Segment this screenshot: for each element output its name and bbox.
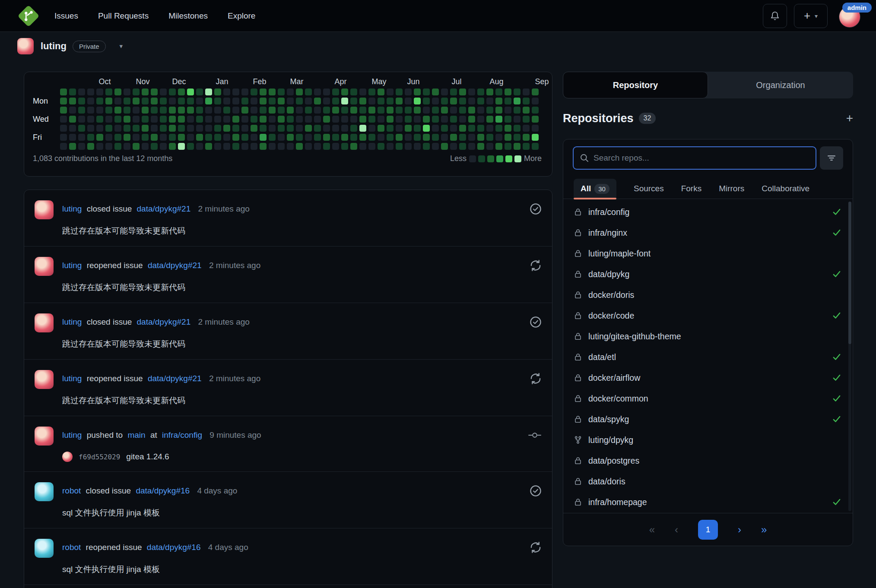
pagination-page-1[interactable]: 1 [698,520,718,540]
heatmap-cell [142,89,149,95]
nav-menu-item[interactable]: Explore [228,11,255,21]
avatar[interactable] [35,313,54,332]
heatmap-cell [495,107,502,114]
repo-list-item[interactable]: infra/config [563,202,853,222]
repo-list-item[interactable]: data/postgres [563,450,853,471]
heatmap-cell [341,116,348,123]
repo-list-item[interactable]: luting/dpykg [563,430,853,450]
heatmap-cell [414,143,421,150]
feed-repo-link[interactable]: data/dpykg#21 [137,204,191,213]
nav-menu-item[interactable]: Pull Requests [98,11,149,21]
scrollbar-thumb[interactable] [848,202,851,344]
repo-list-item[interactable]: data/spykg [563,409,853,430]
repo-name-link[interactable]: infra/homepage [588,497,647,507]
feed-repo-link[interactable]: data/dpykg#21 [148,374,202,383]
profile-avatar[interactable] [17,38,34,54]
repo-filter-tab[interactable]: All30 [574,179,616,199]
avatar[interactable] [35,482,54,501]
search-filter-button[interactable] [820,146,843,170]
heatmap-cell [486,134,493,141]
avatar[interactable] [35,539,54,558]
repo-list-item[interactable]: luting/maple-font [563,243,853,264]
plus-icon: + [804,9,810,22]
heatmap-cell [278,98,285,104]
tab-organization[interactable]: Organization [708,72,853,98]
heatmap-cell [387,125,394,132]
repo-filter-tab[interactable]: Mirrors [719,179,744,199]
feed-user-link[interactable]: luting [62,317,82,326]
pagination-first-button[interactable]: « [649,524,655,536]
repo-filter-tab[interactable]: Sources [634,179,664,199]
repo-name-link[interactable]: luting/gitea-github-theme [588,332,681,341]
repo-list-item[interactable]: infra/homepage [563,492,853,512]
heatmap-cell [223,134,230,141]
feed-repo-link[interactable]: data/dpykg#16 [136,486,190,495]
list-scrollbar[interactable] [848,202,851,511]
create-new-button[interactable]: + ▾ [794,4,828,28]
heatmap-cell [124,98,130,104]
commit-sha-link[interactable]: f69d552029 [79,453,120,461]
feed-repo-link[interactable]: data/dpykg#21 [148,261,202,270]
panel-tab-bar: Repository Organization [563,72,853,98]
heatmap-cell [341,143,348,150]
repo-name-link[interactable]: data/dpykg [588,269,629,279]
feed-repo-link[interactable]: data/dpykg#21 [137,317,191,326]
feed-user-link[interactable]: luting [62,374,82,383]
nav-menu-item[interactable]: Issues [54,11,78,21]
repo-list-item[interactable]: docker/code [563,305,853,326]
heatmap-cell [78,143,85,150]
pagination-prev-button[interactable]: ‹ [675,524,678,536]
repo-check-icon [832,414,841,424]
heatmap-cell [387,89,394,95]
avatar[interactable] [35,257,54,276]
repo-name-link[interactable]: data/doris [588,477,625,487]
feed-user-link[interactable]: luting [62,430,82,439]
repo-filter-tab[interactable]: Collaborative [762,179,809,199]
feed-user-link[interactable]: robot [62,543,81,552]
repo-list-item[interactable]: docker/common [563,388,853,409]
repo-name-link[interactable]: docker/code [588,311,634,321]
repo-name-link[interactable]: luting/maple-font [588,249,651,259]
avatar[interactable] [35,427,54,446]
pagination-last-button[interactable]: » [761,524,767,536]
repo-name-link[interactable]: data/postgres [588,456,639,466]
repo-list-item[interactable]: data/doris [563,471,853,492]
avatar[interactable] [35,370,54,389]
repo-list-item[interactable]: luting/gitea-github-theme [563,326,853,347]
repo-list-item[interactable]: data/dpykg [563,264,853,285]
heatmap-cell [133,89,140,95]
repo-name-link[interactable]: data/spykg [588,414,629,424]
feed-body-text: 跳过存在版本可能导致未更新代码 [62,395,542,406]
heatmap-cell [241,107,248,114]
repo-name-link[interactable]: infra/config [588,207,629,217]
feed-repo-link[interactable]: data/dpykg#16 [147,543,201,552]
repo-name-link[interactable]: luting/dpykg [588,435,633,445]
feed-user-link[interactable]: robot [62,486,81,495]
feed-user-link[interactable]: luting [62,261,82,270]
feed-user-link[interactable]: luting [62,204,82,213]
add-repository-button[interactable]: + [846,112,853,124]
heatmap-cell [423,125,430,132]
repo-name-link[interactable]: docker/airflow [588,373,640,383]
nav-menu-item[interactable]: Milestones [168,11,208,21]
feed-repo-link[interactable]: infra/config [162,430,202,439]
repo-name-link[interactable]: infra/nginx [588,228,627,238]
heatmap-cell [69,143,76,150]
repo-name-link[interactable]: docker/doris [588,290,634,300]
repo-list-item[interactable]: docker/doris [563,285,853,305]
repo-name-link[interactable]: docker/common [588,394,648,404]
app-logo[interactable] [17,5,40,27]
repo-name-link[interactable]: data/etl [588,352,616,362]
repo-list-item[interactable]: docker/airflow [563,367,853,388]
repo-list-item[interactable]: data/etl [563,347,853,367]
search-input[interactable] [594,153,809,163]
feed-branch-link[interactable]: main [127,430,145,439]
repo-filter-tab[interactable]: Forks [681,179,702,199]
heatmap-cell [305,125,312,132]
notifications-button[interactable] [763,4,787,28]
tab-repository[interactable]: Repository [563,72,708,98]
profile-dropdown-caret[interactable]: ▾ [120,42,123,50]
avatar[interactable] [35,200,54,219]
repo-list-item[interactable]: infra/nginx [563,222,853,243]
pagination-next-button[interactable]: › [738,524,741,536]
